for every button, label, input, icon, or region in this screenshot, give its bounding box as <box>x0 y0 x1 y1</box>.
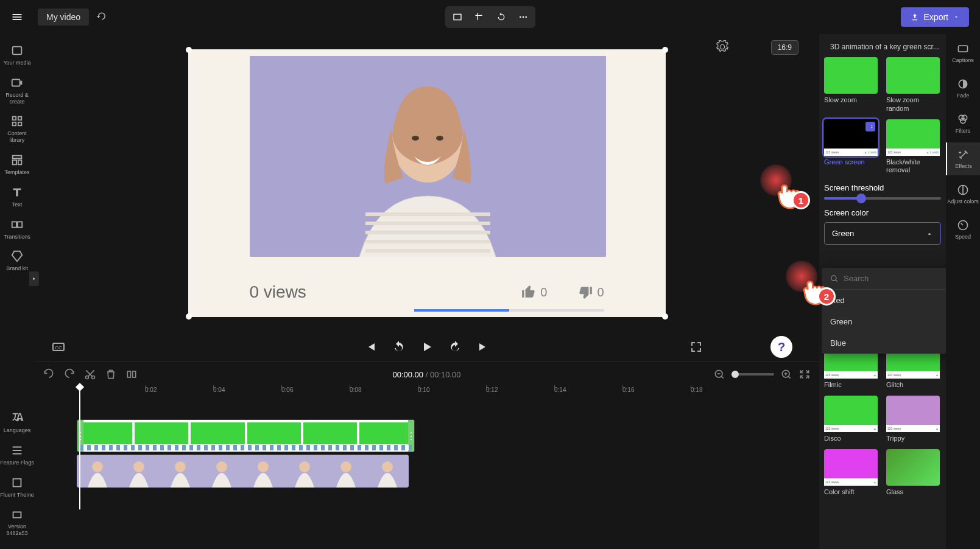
timeline-clip-overlay[interactable]: ⋮ ⋮ <box>77 419 415 452</box>
delete-button[interactable] <box>105 368 117 380</box>
play-button[interactable] <box>420 340 434 354</box>
dropdown-search[interactable] <box>822 268 946 290</box>
resize-handle[interactable] <box>662 313 668 320</box>
sidebar-item-transitions[interactable]: Transitions <box>0 213 34 245</box>
effect-label: Filmic <box>824 381 879 390</box>
sidebar-item-languages[interactable]: Languages <box>0 407 34 439</box>
help-button[interactable]: ? <box>770 336 792 358</box>
rail-label: Fade <box>957 93 970 99</box>
svg-rect-25 <box>77 455 409 488</box>
threshold-slider[interactable] <box>824 197 941 200</box>
svg-point-30 <box>258 461 269 472</box>
effect-label: Glitch <box>886 381 941 390</box>
menu-button[interactable] <box>7 7 27 27</box>
export-button[interactable]: Export <box>901 7 969 27</box>
project-title[interactable]: My video <box>38 9 89 26</box>
sidebar-label: Text <box>12 201 23 208</box>
sidebar-label: Transitions <box>4 234 30 240</box>
effect-green-screen[interactable]: 123 views▲ Loretti Green screen <box>824 119 879 175</box>
settings-badge-icon <box>865 122 875 131</box>
svg-point-28 <box>175 461 186 472</box>
rail-item-adjust[interactable]: Adjust colors <box>946 178 980 211</box>
sidebar-item-templates[interactable]: Templates <box>0 149 34 181</box>
fit-timeline-button[interactable] <box>798 368 811 380</box>
ruler-tick: 0:02 <box>145 386 157 393</box>
skip-back-button[interactable] <box>364 340 378 354</box>
resize-handle[interactable] <box>186 47 192 53</box>
rail-item-captions[interactable]: Captions <box>946 37 980 69</box>
ruler-tick: 0:08 <box>350 386 361 393</box>
color-option-red[interactable]: Red <box>822 290 946 311</box>
search-icon <box>830 274 839 283</box>
like-count: 0 <box>540 285 547 299</box>
dropdown-value: Green <box>832 229 854 238</box>
rail-item-speed[interactable]: Speed <box>946 213 980 246</box>
playhead-line <box>79 388 80 509</box>
clip-trim-left[interactable]: ⋮ <box>77 420 83 452</box>
effect-disco[interactable]: 123 views▲ Disco <box>824 396 879 443</box>
sidebar-item-media[interactable]: Your media <box>0 39 34 71</box>
effect-slow-zoom-random[interactable]: Slow zoom random <box>886 57 941 113</box>
resize-handle[interactable] <box>186 313 192 320</box>
right-rail: Captions Fade Filters Effects Adjust col… <box>946 34 980 549</box>
screen-color-dropdown[interactable]: Green <box>824 222 941 245</box>
captions-toggle[interactable]: CC <box>51 340 66 354</box>
color-option-blue[interactable]: Blue <box>822 332 946 354</box>
resize-handle[interactable] <box>662 47 668 53</box>
sidebar-label: Templates <box>4 169 29 176</box>
effect-bw-removal[interactable]: 123 views▲ Loretti Black/white removal <box>886 119 941 175</box>
like-ratio-bar <box>414 309 604 312</box>
sidebar-label: Feature Flags <box>0 460 34 466</box>
effect-slow-zoom[interactable]: Slow zoom <box>824 57 879 113</box>
split-button[interactable] <box>125 368 138 380</box>
canvas-toolbar <box>445 6 535 28</box>
svg-rect-11 <box>13 478 21 486</box>
sidebar-item-library[interactable]: Content library <box>0 110 34 149</box>
dropdown-search-input[interactable] <box>844 274 946 283</box>
rail-label: Effects <box>955 163 971 169</box>
svg-text:CC: CC <box>55 345 62 351</box>
sidebar-item-text[interactable]: Text <box>0 181 34 213</box>
sidebar-label: Version 8482a53 <box>0 523 34 537</box>
fit-button[interactable] <box>448 9 467 26</box>
ruler-tick: 0:16 <box>622 386 634 393</box>
rail-item-filters[interactable]: Filters <box>946 107 980 140</box>
cut-button[interactable] <box>84 368 96 380</box>
effect-trippy[interactable]: 123 views▲ Trippy <box>886 396 941 443</box>
undo-button[interactable] <box>43 368 55 380</box>
rail-item-effects[interactable]: Effects <box>946 142 980 175</box>
timeline: 00:00.00 / 00:10.00 0:02 0:04 0:06 0:08 … <box>34 362 819 549</box>
sidebar-label: Content library <box>0 130 34 144</box>
redo-button[interactable] <box>63 368 76 380</box>
video-canvas[interactable]: 0 views 0 0 <box>188 49 666 317</box>
more-button[interactable] <box>513 9 533 26</box>
zoom-in-button[interactable] <box>780 368 792 380</box>
svg-rect-5 <box>12 79 20 86</box>
clip-trim-right[interactable]: ⋮ <box>408 420 414 452</box>
sidebar-label: Brand kit <box>6 265 28 272</box>
aspect-ratio-badge[interactable]: 16:9 <box>771 40 798 55</box>
svg-point-31 <box>299 461 310 472</box>
sidebar-item-theme[interactable]: Fluent Theme <box>0 471 34 503</box>
canvas-settings-button[interactable] <box>716 40 729 54</box>
zoom-out-button[interactable] <box>713 368 725 380</box>
timeline-ruler[interactable]: 0:02 0:04 0:06 0:08 0:10 0:12 0:14 0:16 … <box>77 386 819 401</box>
rewind-button[interactable] <box>392 340 406 354</box>
timeline-clip-video[interactable] <box>77 455 409 488</box>
skip-forward-button[interactable] <box>476 340 490 354</box>
effect-glass[interactable]: Glass <box>886 449 941 497</box>
rotate-button[interactable] <box>492 9 511 26</box>
sidebar-item-record[interactable]: Record & create <box>0 71 34 110</box>
forward-button[interactable] <box>448 340 462 354</box>
svg-rect-10 <box>18 222 22 227</box>
color-option-green[interactable]: Green <box>822 311 946 332</box>
zoom-slider[interactable] <box>731 373 774 376</box>
effect-label: Glass <box>886 488 941 497</box>
rail-item-fade[interactable]: Fade <box>946 72 980 105</box>
svg-rect-6 <box>13 156 22 159</box>
crop-button[interactable] <box>470 9 489 26</box>
fullscreen-button[interactable] <box>689 340 703 354</box>
sidebar-item-flags[interactable]: Feature Flags <box>0 439 34 471</box>
sidebar-item-version[interactable]: Version 8482a53 <box>0 503 34 542</box>
effect-color-shift[interactable]: 123 views▲ Color shift <box>824 449 879 497</box>
